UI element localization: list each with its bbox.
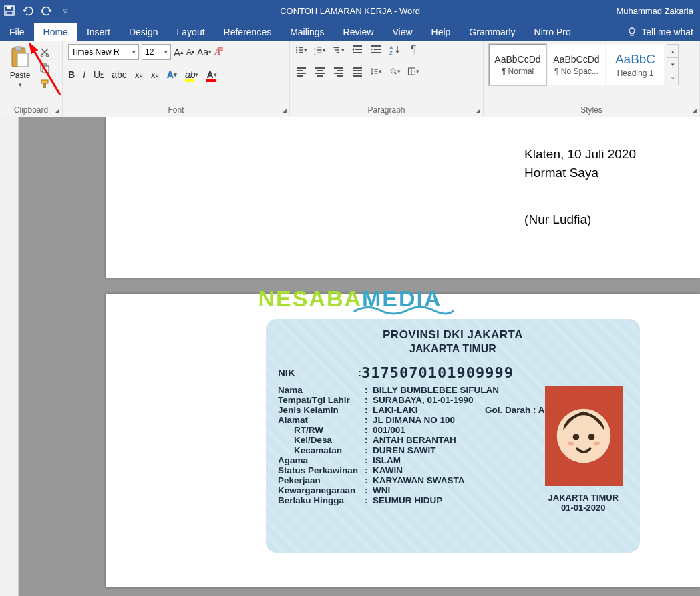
letter-signature[interactable]: (Nur Ludfia) — [524, 212, 636, 227]
increase-font-button[interactable]: A▴ — [174, 47, 184, 58]
redo-icon[interactable] — [41, 5, 52, 16]
qat-customize-icon[interactable]: ▽ — [60, 5, 71, 16]
group-label-paragraph: Paragraph◢ — [295, 104, 478, 117]
letter-date[interactable]: Klaten, 10 Juli 2020 — [524, 147, 636, 162]
id-card[interactable]: PROVINSI DKI JAKARTA JAKARTA TIMUR NIK :… — [266, 319, 640, 553]
svg-text:Z: Z — [389, 50, 393, 56]
page-canvas[interactable]: Klaten, 10 Juli 2020 Hormat Saya (Nur Lu… — [19, 117, 700, 596]
tab-design[interactable]: Design — [120, 23, 168, 41]
bold-button[interactable]: B — [68, 69, 75, 80]
justify-button[interactable] — [351, 65, 363, 77]
style-heading-1[interactable]: AaBbCHeading 1 — [606, 44, 664, 85]
title-bar: ▽ CONTOH LAMARAN KERJA - Word Muhammad Z… — [0, 0, 700, 21]
undo-icon[interactable] — [23, 5, 33, 16]
id-field-value: SEUMUR HIDUP — [373, 495, 442, 505]
tell-me-label: Tell me what — [641, 27, 693, 37]
gallery-expand-icon[interactable]: ▿ — [667, 71, 678, 85]
multilevel-list-button[interactable]: ▾ — [333, 44, 345, 56]
page-1[interactable]: Klaten, 10 Juli 2020 Hormat Saya (Nur Lu… — [106, 117, 700, 278]
superscript-button[interactable]: x2 — [151, 69, 159, 80]
decrease-font-button[interactable]: A▾ — [186, 47, 194, 57]
user-name[interactable]: Muhammad Zakaria — [616, 6, 696, 16]
italic-button[interactable]: I — [83, 69, 85, 80]
id-issue-city: JAKARTA TIMUR — [548, 493, 619, 503]
chevron-down-icon[interactable]: ▾ — [667, 58, 678, 71]
svg-rect-15 — [218, 47, 222, 51]
id-nik-label: NIK — [278, 367, 358, 378]
underline-button[interactable]: U ▾ — [94, 69, 104, 80]
style--no-spac-[interactable]: AaBbCcDd¶ No Spac... — [548, 44, 605, 85]
page-2[interactable]: PROVINSI DKI JAKARTA JAKARTA TIMUR NIK :… — [106, 294, 700, 587]
id-nik-row: NIK : 3175070101909999 — [278, 364, 628, 381]
tab-review[interactable]: Review — [334, 23, 383, 41]
subscript-button[interactable]: x2 — [135, 69, 143, 80]
style-name: Heading 1 — [617, 69, 654, 78]
id-extra: Gol. Darah : AB — [485, 405, 551, 415]
shading-button[interactable]: ▾ — [389, 65, 401, 77]
id-field-label: Kel/Desa — [278, 435, 365, 445]
svg-rect-36 — [371, 52, 381, 53]
dialog-launcher-icon[interactable]: ◢ — [476, 107, 480, 114]
decrease-indent-button[interactable] — [351, 44, 363, 56]
tab-insert[interactable]: Insert — [77, 23, 120, 41]
dialog-launcher-icon[interactable]: ◢ — [692, 107, 697, 114]
id-field-label: Kecamatan — [278, 445, 365, 455]
chevron-down-icon: ▾ — [132, 49, 136, 55]
numbering-button[interactable]: 123▾ — [314, 44, 326, 56]
borders-button[interactable]: ▾ — [407, 65, 419, 77]
svg-point-66 — [593, 442, 600, 446]
group-label-clipboard: Clipboard◢ — [5, 104, 57, 117]
id-field-value: KAWIN — [373, 465, 403, 475]
tab-grammarly[interactable]: Grammarly — [460, 23, 524, 41]
tell-me-search[interactable]: Tell me what — [620, 23, 700, 41]
highlight-button[interactable]: ab ▾ — [185, 69, 199, 80]
id-field-value: LAKI-LAKI — [373, 405, 418, 415]
styles-gallery-more[interactable]: ▴▾▿ — [667, 44, 679, 85]
svg-rect-32 — [355, 49, 362, 50]
dialog-launcher-icon[interactable]: ◢ — [55, 107, 59, 114]
increase-indent-button[interactable] — [370, 44, 382, 56]
font-size-selector[interactable]: 12▾ — [142, 44, 171, 60]
align-left-button[interactable] — [295, 65, 307, 77]
save-icon[interactable] — [4, 5, 15, 16]
style--normal[interactable]: AaBbCcDd¶ Normal — [489, 44, 546, 85]
tab-nitro-pro[interactable]: Nitro Pro — [525, 23, 580, 41]
font-name-selector[interactable]: Times New R▾ — [68, 44, 139, 60]
sort-button[interactable]: AZ — [389, 44, 401, 56]
text-effects-button[interactable]: A ▾ — [167, 69, 177, 80]
change-case-button[interactable]: Aa ▾ — [197, 47, 212, 57]
tab-layout[interactable]: Layout — [168, 23, 214, 41]
clear-formatting-button[interactable]: A — [214, 47, 220, 57]
tab-help[interactable]: Help — [422, 23, 460, 41]
id-field-value: ISLAM — [373, 455, 401, 465]
show-marks-button[interactable]: ¶ — [407, 44, 419, 56]
bullets-button[interactable]: ▾ — [295, 44, 307, 56]
strikethrough-button[interactable]: abc — [112, 69, 127, 80]
svg-rect-31 — [353, 45, 362, 47]
id-field-value: SURABAYA, 01-01-1990 — [373, 395, 474, 405]
font-name-value: Times New R — [71, 47, 120, 57]
letter-greeting[interactable]: Hormat Saya — [524, 166, 636, 180]
tab-view[interactable]: View — [383, 23, 421, 41]
id-city: JAKARTA TIMUR — [278, 343, 628, 355]
id-field-value: BILLY BUMBLEBEE SIFULAN — [373, 385, 499, 395]
style-name: ¶ Normal — [502, 67, 534, 76]
svg-rect-48 — [337, 70, 343, 71]
id-field-value: DUREN SAWIT — [373, 445, 436, 455]
align-center-button[interactable] — [314, 65, 326, 77]
letter-closing-block: Klaten, 10 Juli 2020 Hormat Saya (Nur Lu… — [524, 147, 636, 231]
tab-mailings[interactable]: Mailings — [281, 23, 333, 41]
font-color-button[interactable]: A ▾ — [206, 69, 216, 80]
align-right-button[interactable] — [333, 65, 345, 77]
tab-references[interactable]: References — [214, 23, 281, 41]
svg-rect-40 — [297, 70, 303, 71]
line-spacing-button[interactable]: ▾ — [370, 65, 382, 77]
dialog-launcher-icon[interactable]: ◢ — [282, 107, 287, 114]
svg-rect-1 — [7, 6, 11, 9]
id-field-label: Tempat/Tgl Lahir — [278, 395, 365, 405]
svg-point-64 — [588, 434, 595, 440]
chevron-up-icon[interactable]: ▴ — [667, 45, 678, 58]
vertical-ruler[interactable] — [0, 117, 19, 596]
quick-access-toolbar: ▽ — [4, 5, 71, 16]
svg-rect-17 — [299, 47, 303, 48]
